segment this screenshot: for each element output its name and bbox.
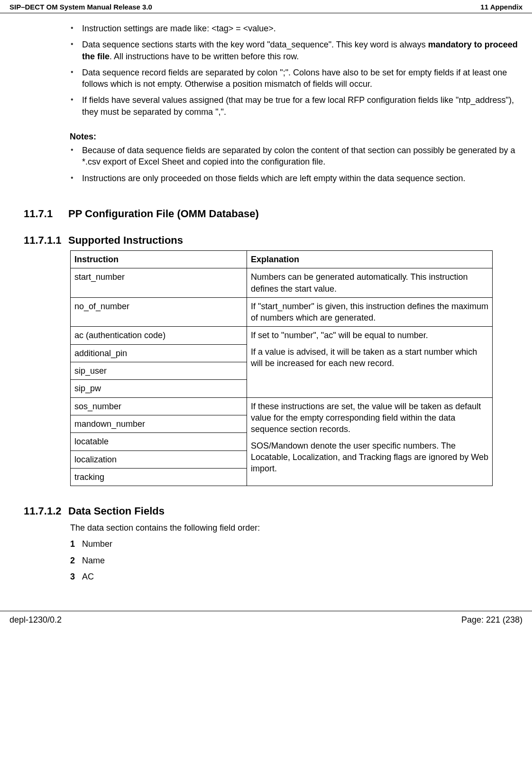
section-title: PP Configuration File (OMM Database): [68, 208, 259, 220]
section-heading-3: 11.7.1.2Data Section Fields: [24, 505, 518, 517]
text: Name: [82, 556, 105, 565]
page-content: Instruction settings are made like: <tag…: [0, 13, 532, 597]
notes-heading: Notes:: [70, 132, 518, 142]
text: Because of data sequence fields are sepa…: [82, 146, 515, 166]
text: If a value is advised, it will be taken …: [251, 346, 488, 369]
table-cell: tracking: [71, 468, 247, 486]
text: . All instructions have to be written be…: [110, 52, 299, 61]
table-cell: Numbers can be generated automatically. …: [247, 268, 493, 298]
table-cell: start_number: [71, 268, 247, 298]
table-row: no_of_number If "start_number" is given,…: [71, 297, 493, 327]
text: Data sequence record fields are separate…: [82, 68, 507, 89]
text: AC: [82, 572, 94, 581]
section-number: 11.7.1.2: [24, 505, 68, 517]
item-number: 3: [70, 571, 82, 582]
text: If fields have several values assigned (…: [82, 95, 514, 116]
item-number: 1: [70, 538, 82, 550]
table-cell: no_of_number: [71, 297, 247, 327]
numbered-list: 1Number 2Name 3AC: [70, 538, 518, 582]
table-cell: sos_number: [71, 397, 247, 415]
instructions-table: Instruction Explanation start_number Num…: [70, 250, 493, 486]
text: Instructions are only proceeded on those…: [82, 174, 465, 183]
table-header: Explanation: [247, 250, 493, 268]
table-cell: sip_user: [71, 362, 247, 380]
table-cell: mandown_number: [71, 415, 247, 432]
section-title: Data Section Fields: [68, 505, 165, 517]
table-cell: If set to "number", "ac" will be equal t…: [247, 327, 493, 397]
page-header: SIP–DECT OM System Manual Release 3.0 11…: [0, 0, 532, 13]
section-number: 11.7.1.1: [24, 234, 68, 247]
table-cell: localization: [71, 450, 247, 468]
table-header: Instruction: [71, 250, 247, 268]
list-item: 2Name: [70, 555, 518, 566]
section-heading-1: 11.7.1PP Configuration File (OMM Databas…: [24, 208, 518, 220]
bullet-list-notes: Because of data sequence fields are sepa…: [69, 145, 518, 184]
table-cell: If "start_number" is given, this instruc…: [247, 297, 493, 327]
item-number: 2: [70, 555, 82, 566]
footer-right: Page: 221 (238): [461, 615, 523, 625]
list-item: Data sequence record fields are separate…: [69, 67, 518, 90]
body-text: The data section contains the following …: [70, 522, 518, 533]
table-row: sos_number If these instructions are set…: [71, 397, 493, 415]
list-item: 3AC: [70, 571, 518, 582]
table-cell: sip_pw: [71, 380, 247, 397]
table-header-row: Instruction Explanation: [71, 250, 493, 268]
footer-left: depl-1230/0.2: [9, 615, 62, 625]
list-item: Instructions are only proceeded on those…: [69, 173, 518, 184]
table-cell: locatable: [71, 433, 247, 450]
section-heading-2: 11.7.1.1Supported Instructions: [24, 234, 518, 247]
header-left: SIP–DECT OM System Manual Release 3.0: [9, 3, 152, 11]
table-row: ac (authentication code) If set to "numb…: [71, 327, 493, 344]
table-row: start_number Numbers can be generated au…: [71, 268, 493, 298]
text: If these instructions are set, the value…: [251, 401, 488, 435]
text: If set to "number", "ac" will be equal t…: [251, 330, 488, 341]
table-cell: additional_pin: [71, 344, 247, 362]
bullet-list-1: Instruction settings are made like: <tag…: [69, 23, 518, 118]
table-cell: If these instructions are set, the value…: [247, 397, 493, 486]
list-item: If fields have several values assigned (…: [69, 94, 518, 118]
text: Data sequence sections starts with the k…: [82, 40, 428, 49]
page-footer: depl-1230/0.2 Page: 221 (238): [0, 611, 532, 630]
list-item: Instruction settings are made like: <tag…: [69, 23, 518, 34]
table-cell: ac (authentication code): [71, 327, 247, 344]
text: Instruction settings are made like: <tag…: [82, 24, 276, 33]
section-number: 11.7.1: [24, 208, 68, 220]
header-right: 11 Appendix: [480, 3, 523, 11]
list-item: Because of data sequence fields are sepa…: [69, 145, 518, 168]
section-title: Supported Instructions: [68, 234, 183, 246]
text: Number: [82, 539, 112, 549]
list-item: Data sequence sections starts with the k…: [69, 39, 518, 62]
list-item: 1Number: [70, 538, 518, 550]
text: SOS/Mandown denote the user specific num…: [251, 440, 488, 475]
